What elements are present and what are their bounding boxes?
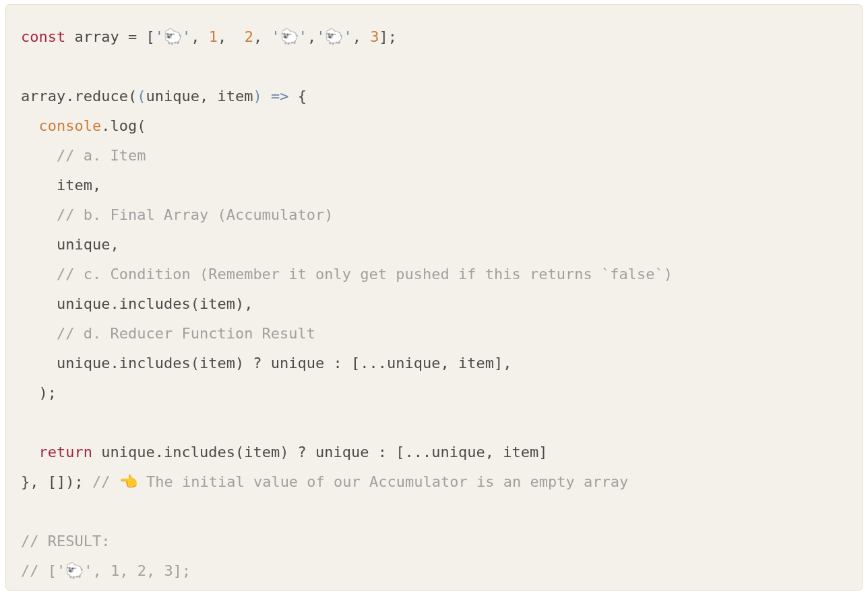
code-token: array.reduce( (21, 88, 137, 105)
code-token: unique.includes(item), (21, 295, 253, 312)
code-token: ) (253, 88, 261, 105)
code-token: array (65, 28, 128, 45)
code-token: // d. Reducer Function Result (57, 325, 315, 342)
code-token: unique, (21, 236, 119, 253)
code-token: // c. Condition (Remember it only get pu… (57, 266, 673, 282)
code-token: '🐑' (271, 28, 307, 45)
code-token: , (218, 28, 245, 45)
code-token: unique, item (146, 88, 253, 105)
code-token: return (39, 444, 92, 460)
code-token: => (271, 88, 289, 105)
code-token: // RESULT: (21, 533, 110, 549)
code-token: const (21, 28, 65, 45)
code-token: , (191, 28, 209, 45)
code-token (262, 88, 271, 105)
code-token (21, 325, 57, 342)
code-token: ]; (379, 28, 397, 45)
code-token: , (253, 28, 272, 45)
code-token: // a. Item (57, 147, 146, 164)
code-token: console (39, 117, 102, 134)
code-token (21, 444, 39, 460)
code-token: { (288, 88, 307, 105)
code-token: unique.includes(item) ? unique : [...uni… (92, 444, 548, 460)
code-token: // 👈 The initial value of our Accumulato… (92, 473, 628, 490)
code-token (21, 206, 57, 223)
code-token: ( (137, 88, 146, 105)
code-token: 1 (209, 28, 218, 45)
code-token: }, []); (21, 473, 92, 490)
code-token: 2 (245, 28, 253, 45)
code-token: unique.includes(item) ? unique : [...uni… (21, 355, 512, 371)
code-token: .log( (101, 117, 146, 134)
code-token: 3 (370, 28, 379, 45)
code-token: // b. Final Array (Accumulator) (57, 206, 334, 223)
code-content: const array = ['🐑', 1, 2, '🐑','🐑', 3]; a… (21, 28, 673, 579)
code-token (21, 266, 57, 282)
code-token: = (128, 28, 137, 45)
code-token: '🐑' (155, 28, 191, 45)
code-token: , (307, 28, 316, 45)
code-token: '🐑' (316, 28, 352, 45)
code-token: ); (21, 384, 57, 401)
code-token (21, 117, 39, 134)
code-token (21, 147, 57, 164)
code-token: // ['🐑', 1, 2, 3]; (21, 562, 191, 579)
code-token: item, (21, 177, 101, 193)
code-token: , (352, 28, 371, 45)
code-snippet: const array = ['🐑', 1, 2, '🐑','🐑', 3]; a… (5, 4, 863, 591)
code-token: [ (137, 28, 155, 45)
